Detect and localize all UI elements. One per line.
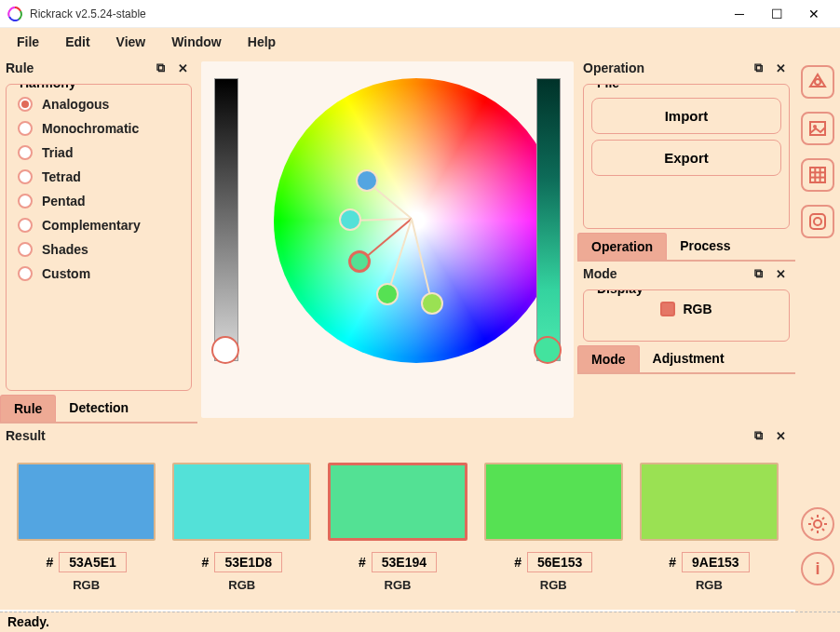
status-bar: Ready.	[0, 612, 840, 632]
harmony-monochromatic[interactable]: Monochromatic	[14, 116, 183, 141]
rule-tab-strip: Rule Detection	[0, 395, 197, 424]
saturation-handle[interactable]	[534, 336, 562, 364]
rule-panel: Rule ⧉ ✕ Harmony AnalogousMonochromaticT…	[0, 56, 197, 424]
rgb-checkbox[interactable]	[660, 302, 675, 316]
svg-line-19	[811, 529, 813, 531]
tab-adjustment[interactable]: Adjustment	[640, 345, 738, 372]
hex-input[interactable]: 9AE153	[682, 552, 750, 572]
rgb-label: RGB	[683, 302, 711, 316]
file-group-label: File	[593, 84, 623, 90]
harmony-label: Monochromatic	[42, 121, 139, 136]
saturation-slider[interactable]	[536, 78, 561, 361]
mode-tab-strip: Mode Adjustment	[577, 345, 795, 374]
radio-icon	[18, 121, 33, 136]
image-tool-icon[interactable]	[801, 112, 834, 145]
menu-window[interactable]: Window	[160, 31, 233, 53]
operation-tab-strip: Operation Process	[577, 233, 795, 262]
menu-view[interactable]: View	[105, 31, 157, 53]
color-swatch[interactable]	[640, 463, 779, 541]
harmony-pentad[interactable]: Pentad	[14, 189, 183, 213]
harmony-label: Custom	[42, 266, 90, 281]
color-wheel[interactable]	[274, 78, 559, 363]
menu-file[interactable]: File	[6, 31, 50, 53]
import-button[interactable]: Import	[591, 98, 781, 134]
minimize-button[interactable]: ─	[721, 1, 758, 27]
svg-point-12	[814, 520, 821, 528]
tab-detection[interactable]: Detection	[56, 395, 142, 422]
hex-input[interactable]: 53E194	[372, 552, 437, 572]
lightness-handle[interactable]	[211, 336, 239, 364]
maximize-button[interactable]: ☐	[758, 1, 795, 27]
tab-rule[interactable]: Rule	[0, 395, 56, 422]
wheel-point[interactable]	[356, 169, 378, 192]
menu-help[interactable]: Help	[237, 31, 287, 53]
harmony-label: Shades	[42, 242, 88, 257]
hex-input[interactable]: 56E153	[527, 552, 592, 572]
grid-tool-icon[interactable]	[801, 158, 834, 192]
settings-icon[interactable]	[801, 507, 834, 541]
harmony-analogous[interactable]: Analogous	[14, 92, 183, 116]
swatch-column: #56E153RGB	[484, 463, 623, 592]
mode-close-icon[interactable]: ✕	[771, 265, 790, 282]
color-swatch[interactable]	[328, 463, 467, 541]
color-swatch[interactable]	[172, 463, 311, 541]
color-swatch[interactable]	[484, 463, 623, 541]
window-title: Rickrack v2.5.24-stable	[30, 7, 721, 20]
radio-icon	[18, 169, 33, 184]
tab-process[interactable]: Process	[667, 233, 743, 260]
lightness-slider[interactable]	[214, 78, 238, 361]
display-group: Display RGB	[583, 289, 790, 342]
harmony-label: Harmony	[16, 84, 80, 90]
operation-panel-title: Operation	[583, 61, 745, 75]
tab-operation[interactable]: Operation	[577, 233, 667, 260]
rgb-label: RGB	[484, 578, 623, 592]
result-undock-icon[interactable]: ⧉	[749, 427, 767, 444]
mode-undock-icon[interactable]: ⧉	[749, 265, 767, 282]
svg-line-17	[811, 518, 813, 519]
radio-icon	[18, 242, 33, 257]
swatch-column: #53E194RGB	[328, 463, 467, 592]
radio-icon	[18, 218, 33, 233]
hex-input[interactable]: 53E1D8	[214, 552, 282, 572]
svg-line-20	[822, 518, 824, 519]
swatch-column: #53A5E1RGB	[17, 463, 156, 592]
wheel-point[interactable]	[376, 283, 399, 305]
close-button[interactable]: ✕	[795, 1, 833, 27]
app-logo-icon	[7, 7, 22, 21]
rule-undock-icon[interactable]: ⧉	[151, 60, 169, 76]
harmony-complementary[interactable]: Complementary	[14, 213, 183, 237]
harmony-label: Complementary	[42, 218, 141, 233]
display-group-label: Display	[593, 289, 647, 296]
rgb-label: RGB	[328, 578, 467, 592]
harmony-triad[interactable]: Triad	[14, 141, 183, 165]
info-icon[interactable]: i	[801, 552, 834, 585]
operation-panel: Operation ⧉ ✕ File Import Export Operati…	[577, 56, 795, 262]
layout-tool-icon[interactable]	[801, 205, 834, 238]
shape-tool-icon[interactable]	[801, 65, 834, 99]
wheel-point[interactable]	[348, 250, 371, 273]
operation-undock-icon[interactable]: ⧉	[749, 60, 767, 76]
harmony-tetrad[interactable]: Tetrad	[14, 165, 183, 189]
result-close-icon[interactable]: ✕	[771, 427, 790, 444]
result-panel-title: Result	[6, 428, 745, 443]
harmony-custom[interactable]: Custom	[14, 262, 183, 286]
export-button[interactable]: Export	[591, 140, 781, 176]
harmony-group: Harmony AnalogousMonochromaticTriadTetra…	[6, 84, 192, 391]
wheel-point[interactable]	[339, 208, 361, 231]
menu-edit[interactable]: Edit	[54, 31, 101, 53]
color-wheel-panel	[201, 61, 574, 418]
harmony-label: Triad	[42, 145, 73, 160]
wheel-point[interactable]	[421, 292, 443, 315]
swatch-column: #9AE153RGB	[640, 463, 779, 592]
svg-point-2	[815, 79, 820, 85]
harmony-shades[interactable]: Shades	[14, 237, 183, 262]
mode-panel: Mode ⧉ ✕ Display RGB Mode Adjustment	[577, 262, 795, 374]
color-swatch[interactable]	[17, 463, 156, 541]
rule-close-icon[interactable]: ✕	[173, 60, 192, 76]
hex-input[interactable]: 53A5E1	[59, 552, 127, 572]
svg-line-18	[822, 529, 824, 531]
tab-mode[interactable]: Mode	[577, 345, 640, 372]
operation-close-icon[interactable]: ✕	[771, 60, 790, 76]
radio-icon	[18, 145, 33, 160]
svg-point-11	[814, 218, 821, 225]
